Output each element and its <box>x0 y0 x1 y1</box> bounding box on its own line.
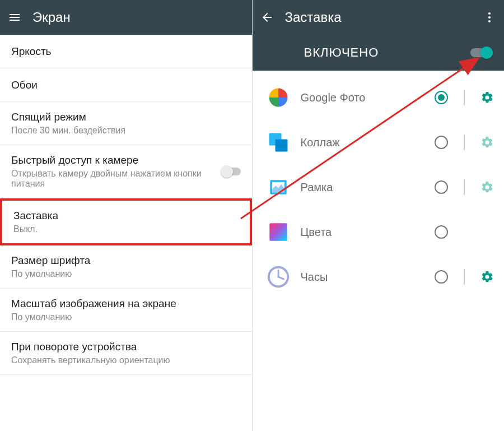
setting-label: При повороте устройства <box>11 341 241 353</box>
setting-sub: Сохранять вертикальную ориентацию <box>11 355 241 365</box>
saver-label: Часы <box>301 271 427 284</box>
saver-clock[interactable]: Часы <box>253 254 505 299</box>
enabled-subbar: ВКЛЮЧЕНО <box>253 35 505 71</box>
setting-sub: Открывать камеру двойным нажатием кнопки… <box>11 169 222 189</box>
gear-icon[interactable] <box>480 180 494 194</box>
divider <box>464 90 465 105</box>
appbar-right: Заставка <box>253 0 505 35</box>
saver-label: Google Фото <box>301 91 427 104</box>
google-photos-icon <box>264 83 293 112</box>
svg-point-1 <box>488 16 491 18</box>
page-title-left: Экран <box>32 10 245 25</box>
page-title-right: Заставка <box>285 10 472 25</box>
radio-collage[interactable] <box>435 136 448 149</box>
setting-sub: По умолчанию <box>11 269 241 279</box>
divider <box>464 179 465 195</box>
gear-icon[interactable] <box>480 136 494 149</box>
setting-font-size[interactable]: Размер шрифта По умолчанию <box>0 245 252 289</box>
radio-colors[interactable] <box>435 225 448 239</box>
frame-icon <box>264 173 293 202</box>
overflow-menu-icon[interactable] <box>482 10 497 25</box>
setting-label: Спящий режим <box>11 111 241 123</box>
setting-label: Размер шрифта <box>11 254 241 267</box>
saver-collage[interactable]: Коллаж <box>253 120 505 165</box>
svg-point-2 <box>488 20 491 22</box>
back-icon[interactable] <box>259 10 275 25</box>
settings-list: Яркость Обои Спящий режим После 30 мин. … <box>0 35 252 431</box>
radio-clock[interactable] <box>435 270 448 284</box>
setting-sleep[interactable]: Спящий режим После 30 мин. бездействия <box>0 102 252 145</box>
setting-screensaver[interactable]: Заставка Выкл. <box>0 198 252 245</box>
pane-display-settings: Экран Яркость Обои Спящий режим После 30… <box>0 0 253 431</box>
collage-icon <box>264 128 293 157</box>
setting-camera-quick-access[interactable]: Быстрый доступ к камере Открывать камеру… <box>0 145 252 198</box>
colors-icon <box>264 217 293 247</box>
setting-sub: После 30 мин. бездействия <box>11 126 241 136</box>
enabled-label: ВКЛЮЧЕНО <box>304 45 379 60</box>
saver-label: Коллаж <box>301 136 427 149</box>
setting-sub: Выкл. <box>13 224 239 234</box>
gear-icon[interactable] <box>480 91 494 104</box>
toggle-screensaver-enabled[interactable] <box>470 48 492 57</box>
setting-label: Обои <box>11 79 241 91</box>
pane-screensaver: Заставка ВКЛЮЧЕНО Google Фото <box>253 0 505 431</box>
radio-google-photos[interactable] <box>435 91 448 104</box>
saver-frame[interactable]: Рамка <box>253 165 505 210</box>
saver-label: Рамка <box>301 181 427 194</box>
setting-brightness[interactable]: Яркость <box>0 35 252 68</box>
setting-sub: По умолчанию <box>11 312 241 322</box>
setting-display-scale[interactable]: Масштаб изображения на экране По умолчан… <box>0 289 252 332</box>
setting-wallpaper[interactable]: Обои <box>0 68 252 102</box>
radio-frame[interactable] <box>435 180 448 194</box>
divider <box>464 269 465 285</box>
saver-colors[interactable]: Цвета <box>253 210 505 254</box>
saver-google-photos[interactable]: Google Фото <box>253 75 505 120</box>
screensaver-options-list: Google Фото Коллаж <box>253 71 505 431</box>
setting-rotation[interactable]: При повороте устройства Сохранять вертик… <box>0 332 252 375</box>
svg-point-0 <box>488 12 491 15</box>
clock-icon <box>264 262 293 291</box>
setting-label: Быстрый доступ к камере <box>11 154 222 166</box>
setting-label: Яркость <box>11 45 241 58</box>
saver-label: Цвета <box>301 226 427 239</box>
menu-icon[interactable] <box>7 10 22 25</box>
setting-label: Заставка <box>13 210 239 222</box>
gear-icon[interactable] <box>480 270 494 284</box>
svg-rect-4 <box>275 140 287 152</box>
divider <box>464 135 465 150</box>
toggle-camera-quick-access[interactable] <box>222 168 241 175</box>
setting-label: Масштаб изображения на экране <box>11 298 241 310</box>
appbar-left: Экран <box>0 0 252 35</box>
svg-rect-7 <box>269 223 287 241</box>
